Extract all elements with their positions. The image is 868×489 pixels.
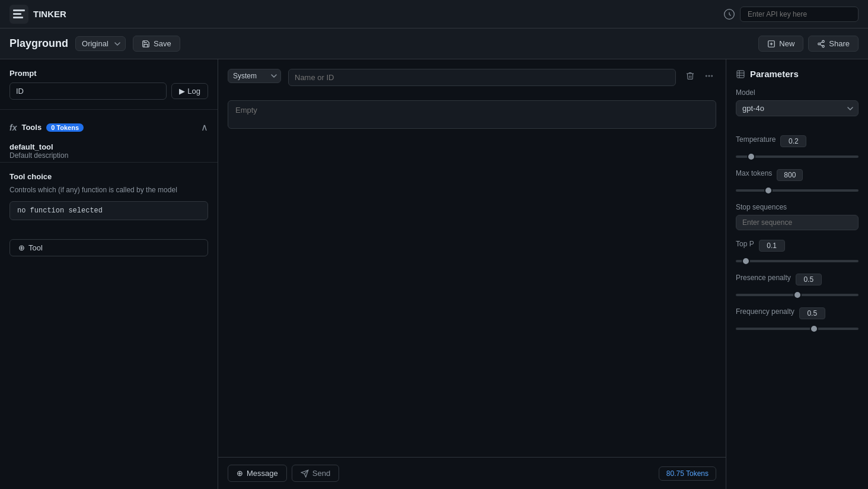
svg-rect-2 — [13, 13, 21, 15]
token-badge: 0 Tokens — [46, 123, 84, 132]
share-icon — [817, 40, 825, 48]
tool-item: default_tool Default description — [0, 138, 218, 162]
model-label: Model — [736, 88, 859, 97]
tools-label: Tools — [21, 123, 42, 132]
top-p-slider[interactable] — [736, 260, 859, 262]
logo-icon — [9, 5, 28, 24]
svg-point-13 — [706, 75, 707, 77]
tool-choice-section: Tool choice Controls which (if any) func… — [0, 162, 218, 230]
add-message-button[interactable]: ⊕ Message — [228, 465, 287, 482]
new-label: New — [779, 39, 794, 48]
presence-penalty-value: 0.5 — [796, 274, 822, 285]
message-name-input[interactable] — [288, 69, 676, 86]
main-area: Prompt ▶ Log fx Tools 0 Tokens ∧ default… — [0, 59, 868, 489]
top-p-value: 0.1 — [759, 240, 785, 252]
model-select[interactable]: gpt-4o gpt-4 gpt-3.5-turbo — [736, 100, 859, 116]
new-button[interactable]: New — [758, 36, 803, 52]
api-icon — [723, 8, 735, 20]
terminal-icon: ▶ — [179, 87, 185, 96]
center-panel: System User Assistant — [218, 59, 726, 489]
role-select[interactable]: System User Assistant — [228, 69, 281, 83]
share-label: Share — [829, 39, 850, 48]
frequency-penalty-row: Frequency penalty 0.5 — [736, 307, 859, 319]
max-tokens-row: Max tokens 800 — [736, 169, 859, 181]
tools-header: fx Tools 0 Tokens ∧ — [0, 117, 218, 138]
svg-line-11 — [820, 44, 822, 45]
prompt-id-row: ▶ Log — [0, 82, 218, 109]
send-icon — [301, 469, 309, 478]
params-label: Parameters — [750, 69, 799, 79]
params-icon — [736, 69, 745, 79]
divider-1 — [0, 109, 218, 110]
right-panel: Parameters Model gpt-4o gpt-4 gpt-3.5-tu… — [726, 59, 868, 489]
frequency-penalty-value: 0.5 — [799, 307, 825, 319]
top-p-group: Top P 0.1 — [736, 240, 859, 264]
message-area: System User Assistant — [218, 59, 726, 457]
temperature-row: Temperature 0.2 — [736, 135, 859, 147]
presence-penalty-row: Presence penalty 0.5 — [736, 274, 859, 285]
bottom-bar: ⊕ Message Send 80.75 Tokens — [218, 457, 726, 489]
page-title: Playground — [9, 37, 68, 50]
app-name: TINKER — [33, 9, 66, 19]
tool-desc: Default description — [9, 151, 208, 160]
topnav-right — [723, 7, 859, 22]
temperature-group: Temperature 0.2 — [736, 135, 859, 160]
save-icon — [142, 40, 150, 48]
max-tokens-label: Max tokens — [736, 169, 772, 177]
share-button[interactable]: Share — [808, 36, 859, 52]
log-button[interactable]: ▶ Log — [171, 83, 208, 99]
presence-penalty-label: Presence penalty — [736, 274, 791, 282]
temperature-label: Temperature — [736, 135, 776, 144]
add-tool-label: Tool — [28, 243, 43, 252]
frequency-penalty-label: Frequency penalty — [736, 307, 794, 316]
trash-icon — [685, 71, 695, 81]
prompt-section-header: Prompt — [0, 59, 218, 82]
log-label: Log — [187, 87, 200, 96]
prompt-id-input[interactable] — [9, 82, 167, 100]
stop-sequence-input[interactable] — [736, 215, 859, 230]
more-options-button[interactable] — [702, 69, 716, 85]
model-group: Model gpt-4o gpt-4 gpt-3.5-turbo — [736, 88, 859, 126]
max-tokens-group: Max tokens 800 — [736, 169, 859, 193]
params-title: Parameters — [736, 69, 859, 79]
svg-point-10 — [822, 45, 825, 47]
api-key-input[interactable] — [740, 7, 859, 22]
presence-penalty-group: Presence penalty 0.5 — [736, 274, 859, 298]
add-message-label: Message — [247, 469, 278, 478]
message-body-input[interactable] — [228, 100, 716, 129]
max-tokens-slider[interactable] — [736, 189, 859, 192]
add-tool-button[interactable]: ⊕ Tool — [9, 239, 208, 256]
token-count-badge: 80.75 Tokens — [659, 466, 716, 481]
svg-rect-1 — [13, 9, 25, 11]
svg-point-15 — [711, 75, 713, 77]
tool-choice-desc: Controls which (if any) function is call… — [9, 185, 208, 195]
tool-choice-value: no function selected — [9, 201, 208, 220]
frequency-penalty-slider[interactable] — [736, 328, 859, 330]
save-button[interactable]: Save — [133, 36, 180, 52]
svg-point-14 — [709, 75, 710, 77]
toolbar: Playground Original Save New Share — [0, 28, 868, 59]
send-label: Send — [312, 469, 330, 478]
stop-sequences-label: Stop sequences — [736, 203, 859, 211]
tool-choice-title: Tool choice — [9, 172, 208, 181]
toolbar-right: New Share — [758, 36, 859, 52]
collapse-button[interactable]: ∧ — [201, 122, 208, 133]
fx-icon: fx — [9, 123, 17, 132]
left-panel: Prompt ▶ Log fx Tools 0 Tokens ∧ default… — [0, 59, 218, 489]
message-controls — [683, 69, 716, 85]
top-p-row: Top P 0.1 — [736, 240, 859, 252]
delete-message-button[interactable] — [683, 69, 697, 85]
temperature-slider[interactable] — [736, 155, 859, 158]
dots-icon — [704, 71, 714, 81]
tool-name: default_tool — [9, 142, 208, 151]
version-select[interactable]: Original — [75, 36, 126, 51]
frequency-penalty-group: Frequency penalty 0.5 — [736, 307, 859, 332]
top-p-label: Top P — [736, 240, 754, 248]
send-button[interactable]: Send — [292, 465, 339, 482]
presence-penalty-slider[interactable] — [736, 294, 859, 296]
add-tool-icon: ⊕ — [18, 243, 25, 252]
message-row: System User Assistant — [228, 69, 716, 86]
svg-point-8 — [822, 40, 825, 43]
new-icon — [767, 40, 776, 48]
svg-line-12 — [820, 42, 822, 43]
